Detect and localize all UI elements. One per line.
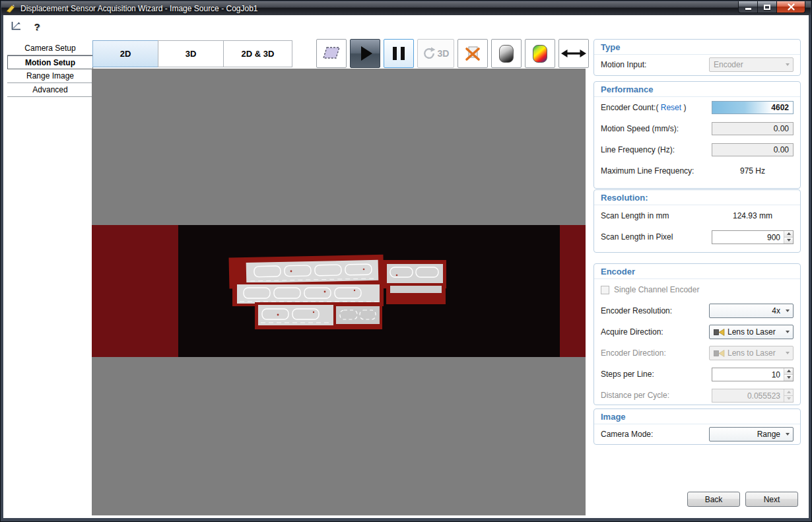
refresh-icon: [423, 47, 436, 60]
fit-width-icon: [561, 48, 586, 59]
sidebar-item-advanced[interactable]: Advanced: [7, 83, 93, 97]
encoder-resolution-value: 4x: [714, 306, 782, 315]
encoder-direction-row: Encoder Direction: Lens to Laser: [594, 343, 800, 364]
measure-tool-button[interactable]: [9, 19, 23, 34]
spin-down-icon: [784, 396, 793, 402]
reset-link[interactable]: Reset: [661, 103, 681, 112]
scan-length-mm-value: 124.93 mm: [712, 211, 794, 220]
pause-button[interactable]: [384, 39, 414, 68]
scan-length-px-value: 900: [712, 231, 784, 244]
steps-per-line-stepper[interactable]: 10: [712, 368, 794, 381]
scan-length-px-label: Scan Length in Pixel: [601, 232, 673, 242]
spinner-buttons: [784, 231, 793, 244]
window-title: Displacement Sensor Acquisition Wizard -…: [20, 4, 258, 13]
tab-2d[interactable]: 2D: [92, 40, 158, 67]
distance-per-cycle-value: 0.055523: [712, 389, 784, 402]
client-area: ? Camera Setup Motion Setup Range Image …: [3, 15, 809, 518]
minimize-button[interactable]: [738, 1, 757, 13]
scan-length-mm-row: Scan Length in mm 124.93 mm: [594, 205, 800, 226]
grayscale-palette-icon: [499, 45, 514, 63]
acquisition-toolbar: 3D: [316, 39, 589, 68]
encoder-direction-select: Lens to Laser: [709, 346, 794, 360]
reset-3d-label: 3D: [438, 48, 450, 59]
sidebar-item-camera-setup[interactable]: Camera Setup: [7, 42, 93, 55]
app-icon: [6, 4, 17, 13]
max-line-frequency-label: Maximum Line Frequency:: [601, 166, 694, 176]
image-canvas[interactable]: [92, 69, 586, 515]
performance-heading: Performance: [594, 82, 800, 97]
tab-2d-3d[interactable]: 2D & 3D: [223, 40, 292, 67]
range-scan-preview: [92, 225, 586, 357]
camera-mode-value: Range: [714, 430, 782, 439]
chevron-down-icon: [782, 428, 793, 441]
image-panel: Image Camera Mode: Range: [593, 408, 801, 445]
roi-polygon-button[interactable]: [316, 39, 347, 68]
encoder-panel: Encoder Single Channel Encoder Encoder R…: [593, 263, 801, 405]
reset-3d-button: 3D: [417, 39, 454, 68]
encoder-heading: Encoder: [594, 264, 800, 279]
help-icon: ?: [34, 21, 40, 32]
clear-image-icon: [463, 45, 482, 62]
sidebar-item-motion-setup[interactable]: Motion Setup: [7, 55, 93, 69]
color-palette-button[interactable]: [525, 39, 555, 68]
chevron-down-icon: [782, 304, 793, 317]
close-button[interactable]: [776, 1, 805, 13]
wizard-step-list: Camera Setup Motion Setup Range Image Ad…: [7, 42, 93, 97]
close-icon: [788, 3, 795, 11]
image-heading: Image: [594, 409, 800, 424]
camera-mode-select[interactable]: Range: [709, 427, 794, 441]
distance-per-cycle-row: Distance per Cycle: 0.055523: [594, 385, 800, 406]
tab-3d[interactable]: 3D: [158, 40, 224, 67]
acquire-direction-select[interactable]: Lens to Laser: [709, 325, 794, 339]
camera-mode-row: Camera Mode: Range: [594, 424, 800, 444]
chevron-down-icon: [782, 325, 793, 339]
type-heading: Type: [594, 40, 800, 55]
max-line-frequency-row: Maximum Line Frequency: 975 Hz: [594, 160, 800, 181]
distance-per-cycle-label: Distance per Cycle:: [601, 391, 669, 400]
encoder-resolution-row: Encoder Resolution: 4x: [594, 300, 800, 321]
help-button[interactable]: ?: [30, 19, 44, 34]
steps-per-line-label: Steps per Line:: [601, 370, 654, 379]
acquire-direction-value: Lens to Laser: [727, 327, 782, 337]
chevron-down-icon: [782, 58, 793, 71]
spin-up-icon[interactable]: [784, 231, 793, 238]
play-icon: [361, 46, 372, 61]
maximize-button[interactable]: [757, 1, 776, 13]
play-button[interactable]: [350, 39, 380, 68]
single-channel-label: Single Channel Encoder: [614, 285, 699, 294]
spin-up-icon[interactable]: [784, 368, 793, 375]
spinner-buttons: [784, 389, 793, 402]
single-channel-checkbox: [601, 286, 609, 294]
roi-polygon-icon: [321, 45, 342, 62]
next-button[interactable]: Next: [745, 492, 798, 507]
sidebar-item-range-image[interactable]: Range Image: [7, 69, 93, 83]
line-frequency-field: 0.00: [712, 143, 794, 156]
back-button[interactable]: Back: [687, 492, 740, 507]
title-bar[interactable]: Displacement Sensor Acquisition Wizard -…: [1, 1, 811, 15]
grayscale-palette-button[interactable]: [491, 39, 522, 68]
spin-down-icon[interactable]: [784, 375, 793, 381]
max-line-frequency-value: 975 Hz: [712, 166, 794, 176]
chevron-down-icon: [782, 346, 793, 360]
steps-per-line-row: Steps per Line: 10: [594, 364, 800, 385]
encoder-count-label-text: Encoder Count:(: [601, 103, 658, 112]
clear-image-button[interactable]: [457, 39, 488, 68]
scan-length-px-row: Scan Length in Pixel 900: [594, 226, 800, 247]
maximize-icon: [764, 5, 770, 10]
encoder-count-row: Encoder Count:( Reset ) 4602: [594, 97, 800, 118]
spin-up-icon: [784, 389, 793, 396]
scan-length-px-stepper[interactable]: 900: [712, 230, 794, 244]
encoder-resolution-select[interactable]: 4x: [709, 304, 794, 318]
spinner-buttons: [784, 368, 793, 381]
encoder-direction-value: Lens to Laser: [727, 348, 782, 358]
spin-down-icon[interactable]: [784, 238, 793, 244]
motion-speed-field: 0.00: [712, 122, 794, 135]
acquire-direction-label: Acquire Direction:: [601, 327, 663, 337]
fit-width-button[interactable]: [558, 39, 589, 68]
motion-input-row: Motion Input: Encoder: [594, 55, 800, 75]
motion-input-select: Encoder: [709, 57, 794, 72]
lens-to-laser-icon: [714, 328, 725, 336]
encoder-count-field: 4602: [712, 101, 794, 114]
distance-per-cycle-stepper: 0.055523: [712, 389, 794, 403]
measure-tool-icon: [10, 21, 22, 32]
